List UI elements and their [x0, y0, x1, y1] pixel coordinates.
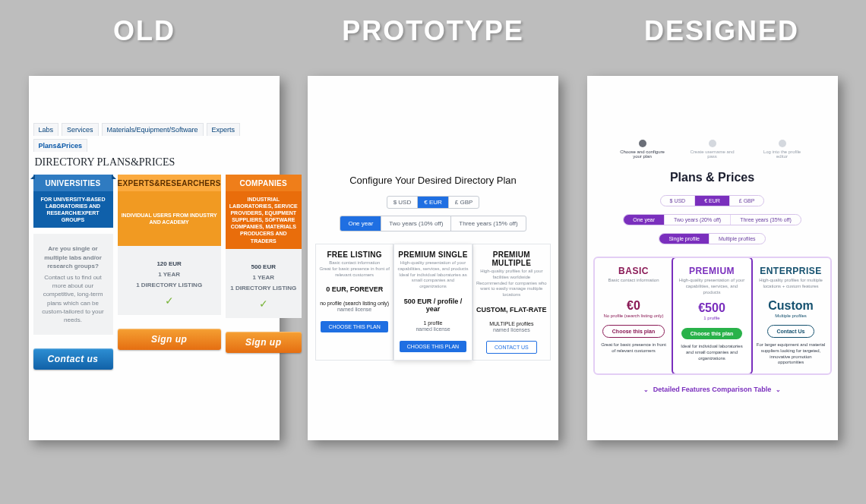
card-title: BASIC	[599, 266, 668, 276]
currency-option[interactable]: £ GBP	[448, 197, 479, 208]
step-label: Log into the profile editor	[760, 150, 805, 159]
old-term: 1 YEAR	[121, 270, 218, 279]
designed-card-basic: BASIC Basic contact information €0 No pr…	[595, 258, 673, 373]
designed-card-premium: PREMIUM High-quality presentation of you…	[672, 257, 753, 375]
currency-option[interactable]: $ USD	[661, 196, 695, 206]
card-sub: High-quality presentation of your capabi…	[678, 278, 747, 295]
contact-us-button[interactable]: Contact Us	[767, 325, 815, 338]
column-titles: OLD PROTOTYPE DESIGNED	[0, 15, 866, 47]
currency-option[interactable]: £ GBP	[729, 196, 764, 206]
old-price: 500 EUR	[229, 263, 299, 272]
mode-option-selected[interactable]: Single profile	[659, 234, 708, 244]
proto-duration-toggle: One year Two years (10% off) Three years…	[340, 216, 526, 232]
features-comparison-toggle[interactable]: ⌄ Detailed Features Comparison Table ⌄	[593, 386, 832, 393]
step-label: Create username and pass	[690, 150, 735, 159]
card-price-note: Multiple profiles	[757, 313, 826, 318]
step-label: Choose and configure your plan	[620, 150, 665, 159]
designed-currency-toggle: $ USD € EUR £ GBP	[660, 195, 765, 206]
proto-card-premium-multiple: PREMIUM MULTIPLE High-quality profiles f…	[473, 244, 551, 361]
card-price: €500	[678, 301, 747, 315]
card-sub2: Recommended for companies who want to ea…	[476, 281, 547, 298]
duration-option-selected[interactable]: One year	[624, 215, 664, 225]
old-tabs: Labs Services Materials/Equipment/Softwa…	[33, 123, 275, 152]
choose-plan-button[interactable]: Choose this plan	[602, 325, 665, 338]
old-card-title: UNIVERSITIES	[33, 175, 113, 191]
currency-option-selected[interactable]: € EUR	[694, 196, 729, 206]
currency-option[interactable]: $ USD	[387, 197, 418, 208]
old-heading: DIRECTORY PLANS&PRICES	[35, 156, 275, 169]
old-card-sub: FOR UNIVERSITY-BASED LABORATORIES AND RE…	[33, 191, 113, 228]
card-title: ENTERPRISE	[757, 266, 826, 276]
card-footer: Great for basic presence in front of rel…	[599, 342, 668, 354]
old-cta-signup[interactable]: Sign up	[226, 332, 302, 353]
old-tab[interactable]: Experts	[207, 123, 241, 136]
card-license: named licenses	[476, 327, 547, 332]
currency-option-selected[interactable]: € EUR	[417, 197, 448, 208]
proto-title: Configure Your Desired Directory Plan	[315, 175, 551, 186]
card-sub: High-quality profiles for all your facil…	[480, 269, 542, 279]
old-feature: 1 DIRECTORY LISTING	[229, 284, 299, 293]
old-tab[interactable]: Labs	[33, 123, 59, 136]
designed-steps: Choose and configure your plan Create us…	[593, 140, 832, 159]
choose-plan-button[interactable]: CHOOSE THIS PLAN	[321, 321, 387, 332]
old-price: 120 EUR	[121, 260, 218, 269]
card-profile: no profile (search listing only)	[319, 301, 390, 306]
col-title-designed: DESIGNED	[577, 15, 866, 47]
card-sub2: Great for basic presence in front of rel…	[319, 266, 389, 277]
panel-prototype: Configure Your Desired Directory Plan $ …	[308, 76, 558, 440]
duration-option[interactable]: Three years (35% off)	[730, 215, 801, 225]
old-card-sub: INDIVIDUAL USERS FROM INDUSTRY AND ACADE…	[118, 191, 221, 246]
proto-card-premium-single: PREMIUM SINGLE High-quality presentation…	[393, 244, 472, 361]
card-profile: MULTIPLE profiles	[476, 321, 547, 326]
old-feature: 1 DIRECTORY LISTING	[121, 281, 218, 290]
card-sub: High-quality presentation of your capabi…	[397, 260, 468, 271]
card-title: PREMIUM	[678, 266, 747, 276]
old-card-experts: EXPERTS&RESEARCHERS INDIVIDUAL USERS FRO…	[118, 175, 221, 370]
card-footer: For larger equipment and material suppli…	[757, 342, 826, 366]
old-ask-question: Are you single or multiple labs and/or r…	[40, 244, 107, 270]
panel-old: Labs Services Materials/Equipment/Softwa…	[29, 76, 280, 440]
card-title: FREE LISTING	[319, 250, 390, 259]
duration-option[interactable]: Two years (20% off)	[664, 215, 730, 225]
checkmark-icon: ✓	[121, 293, 218, 309]
card-price: €0	[599, 299, 668, 313]
toggle-label: Detailed Features Comparison Table	[653, 386, 771, 393]
old-tab[interactable]: Services	[62, 123, 99, 136]
designed-title: Plans & Prices	[593, 171, 832, 184]
card-profile: 1 profile	[397, 320, 468, 326]
old-card-title: EXPERTS&RESEARCHERS	[118, 175, 221, 191]
old-card-universities: UNIVERSITIES FOR UNIVERSITY-BASED LABORA…	[33, 175, 113, 370]
choose-plan-button[interactable]: Choose this plan	[681, 328, 742, 339]
card-sub2: Ideal for individual laboratories as sma…	[399, 272, 466, 289]
old-term: 1 YEAR	[229, 273, 299, 282]
old-card-title: COMPANIES	[226, 175, 302, 191]
old-cta-contact[interactable]: Contact us	[33, 348, 113, 370]
col-title-old: OLD	[0, 15, 289, 47]
step-dot-icon	[639, 140, 646, 147]
chevron-down-icon: ⌄	[776, 386, 781, 393]
chevron-down-icon: ⌄	[643, 386, 649, 393]
col-title-prototype: PROTOTYPE	[289, 15, 577, 47]
card-price-note: No profile (search listing only)	[599, 313, 668, 318]
duration-option-selected[interactable]: One year	[340, 216, 381, 231]
mode-option[interactable]: Multiple profiles	[709, 234, 765, 244]
old-cta-signup[interactable]: Sign up	[118, 329, 221, 350]
proto-currency-toggle: $ USD € EUR £ GBP	[387, 196, 480, 209]
card-license: named license	[319, 307, 390, 312]
card-price-note: 1 profile	[678, 316, 747, 320]
old-card-companies: COMPANIES INDUSTRIAL LABORATORIES, SERVI…	[226, 175, 302, 370]
old-card-sub: INDUSTRIAL LABORATORIES, SERVICE PROVIDE…	[226, 191, 302, 249]
card-price: 0 EUR, FOREVER	[319, 285, 390, 293]
step-2: Create username and pass	[690, 140, 735, 159]
choose-plan-button[interactable]: CHOOSE THIS PLAN	[400, 341, 466, 352]
card-sub: High-quality profiles for multiple locat…	[757, 278, 826, 293]
duration-option[interactable]: Three years (15% off)	[450, 216, 525, 231]
old-tab[interactable]: Materials/Equipment/Software	[102, 123, 204, 136]
old-ask-body: Contact us to find out more about our co…	[40, 273, 107, 324]
checkmark-icon: ✓	[229, 296, 299, 312]
duration-option[interactable]: Two years (10% off)	[381, 216, 450, 231]
contact-us-button[interactable]: CONTACT US	[486, 341, 537, 354]
designed-duration-toggle: One year Two years (20% off) Three years…	[623, 214, 801, 225]
designed-mode-toggle: Single profile Multiple profiles	[659, 233, 765, 244]
old-tab-active[interactable]: Plans&Prices	[33, 139, 88, 152]
